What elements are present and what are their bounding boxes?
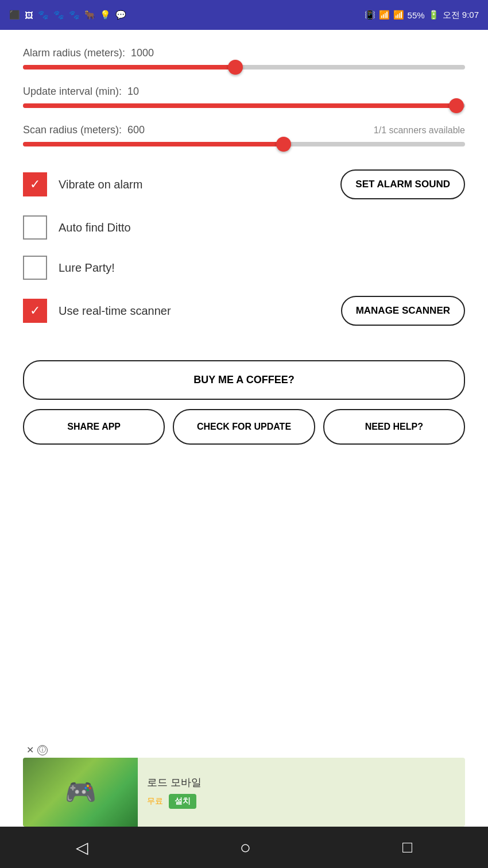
notif1-icon: 🐾 bbox=[38, 10, 49, 20]
scanner-checkbox[interactable]: ✓ bbox=[23, 299, 47, 323]
manage-scanner-button[interactable]: MANAGE SCANNER bbox=[341, 296, 465, 326]
ad-banner[interactable]: 🎮 로드 모바일 무료 설치 bbox=[23, 758, 465, 827]
notif5-icon: 💡 bbox=[100, 10, 111, 20]
ad-controls: ✕ ⓘ bbox=[26, 744, 48, 755]
ad-image: 🎮 bbox=[23, 758, 138, 827]
scan-radius-label: Scan radius (meters): 600 1/1 scanners a… bbox=[23, 124, 465, 136]
nav-bar bbox=[0, 827, 488, 868]
image-icon: 🖼 bbox=[25, 10, 33, 20]
alarm-radius-slider[interactable] bbox=[23, 65, 465, 70]
lure-checkbox[interactable]: ✓ bbox=[23, 256, 47, 280]
vibrate-icon: 📳 bbox=[365, 10, 375, 20]
battery-icon: 🔋 bbox=[428, 10, 439, 20]
notif6-icon: 💬 bbox=[115, 10, 126, 20]
messages-icon: ⬛ bbox=[9, 10, 20, 20]
scanners-available: 1/1 scanners available bbox=[374, 125, 465, 136]
ditto-label: Auto find Ditto bbox=[59, 221, 465, 234]
scan-radius-thumb[interactable] bbox=[276, 137, 291, 152]
vibrate-label: Vibrate on alarm bbox=[59, 178, 340, 191]
time-display: 오전 9:07 bbox=[443, 10, 479, 21]
ad-title: 로드 모바일 bbox=[147, 776, 202, 789]
scan-radius-fill bbox=[23, 142, 284, 146]
alarm-radius-value: 1000 bbox=[131, 47, 154, 59]
alarm-radius-section: Alarm radius (meters): 1000 bbox=[23, 47, 465, 70]
scan-radius-value: 600 bbox=[127, 124, 145, 136]
lure-label: Lure Party! bbox=[59, 261, 465, 275]
update-interval-slider[interactable] bbox=[23, 103, 465, 108]
scanner-label: Use real-time scanner bbox=[59, 304, 341, 318]
ad-text-area: 로드 모바일 무료 설치 bbox=[138, 770, 211, 815]
scanner-checkmark: ✓ bbox=[30, 303, 40, 318]
bottom-buttons-row: SHARE APP CHECK FOR UPDATE NEED HELP? bbox=[23, 409, 465, 445]
nav-recents-button[interactable] bbox=[402, 838, 412, 857]
ad-info-icon[interactable]: ⓘ bbox=[37, 745, 48, 755]
buy-coffee-button[interactable]: BUY ME A COFFEE? bbox=[23, 360, 465, 400]
ad-install-button[interactable]: 설치 bbox=[169, 794, 196, 809]
status-icons: ⬛ 🖼 🐾 🐾 🐾 🐂 💡 💬 bbox=[9, 10, 126, 20]
wifi-icon: 📶 bbox=[379, 10, 390, 20]
notif3-icon: 🐾 bbox=[69, 10, 80, 20]
ditto-option-row: ✓ Auto find Ditto bbox=[23, 215, 465, 240]
main-content: Alarm radius (meters): 1000 Update inter… bbox=[0, 30, 488, 462]
nav-home-button[interactable] bbox=[240, 837, 251, 858]
nav-back-button[interactable] bbox=[76, 838, 88, 857]
check-for-update-button[interactable]: CHECK FOR UPDATE bbox=[173, 409, 315, 445]
vibrate-checkbox[interactable]: ✓ bbox=[23, 172, 47, 196]
update-interval-thumb[interactable] bbox=[449, 98, 464, 113]
scan-radius-section: Scan radius (meters): 600 1/1 scanners a… bbox=[23, 124, 465, 146]
vibrate-option-row: ✓ Vibrate on alarm SET ALARM SOUND bbox=[23, 169, 465, 199]
bottom-section: BUY ME A COFFEE? SHARE APP CHECK FOR UPD… bbox=[23, 360, 465, 445]
alarm-radius-thumb[interactable] bbox=[228, 60, 243, 75]
lure-option-row: ✓ Lure Party! bbox=[23, 256, 465, 280]
share-app-button[interactable]: SHARE APP bbox=[23, 409, 165, 445]
ad-close-icon[interactable]: ✕ bbox=[26, 744, 34, 755]
signal-icon: 📶 bbox=[393, 10, 404, 20]
notif2-icon: 🐾 bbox=[53, 10, 64, 20]
ad-free: 무료 bbox=[147, 796, 163, 807]
update-interval-label: Update interval (min): 10 bbox=[23, 86, 465, 98]
status-right: 📳 📶 📶 55% 🔋 오전 9:07 bbox=[365, 10, 479, 21]
status-bar: ⬛ 🖼 🐾 🐾 🐾 🐂 💡 💬 📳 📶 📶 55% 🔋 오전 9:07 bbox=[0, 0, 488, 30]
vibrate-checkmark: ✓ bbox=[30, 177, 40, 192]
update-interval-fill bbox=[23, 103, 456, 108]
battery-text: 55% bbox=[408, 10, 425, 20]
scanner-option-row: ✓ Use real-time scanner MANAGE SCANNER bbox=[23, 296, 465, 326]
alarm-radius-label: Alarm radius (meters): 1000 bbox=[23, 47, 465, 59]
set-alarm-sound-button[interactable]: SET ALARM SOUND bbox=[340, 169, 465, 199]
ad-character: 🎮 bbox=[65, 777, 96, 807]
update-interval-value: 10 bbox=[127, 86, 139, 98]
alarm-radius-fill bbox=[23, 65, 235, 70]
ad-action-row: 무료 설치 bbox=[147, 794, 202, 809]
update-interval-section: Update interval (min): 10 bbox=[23, 86, 465, 108]
ditto-checkbox[interactable]: ✓ bbox=[23, 215, 47, 240]
need-help-button[interactable]: NEED HELP? bbox=[323, 409, 465, 445]
options-section: ✓ Vibrate on alarm SET ALARM SOUND ✓ Aut… bbox=[23, 169, 465, 326]
scan-radius-slider[interactable] bbox=[23, 142, 465, 146]
notif4-icon: 🐂 bbox=[84, 10, 95, 20]
